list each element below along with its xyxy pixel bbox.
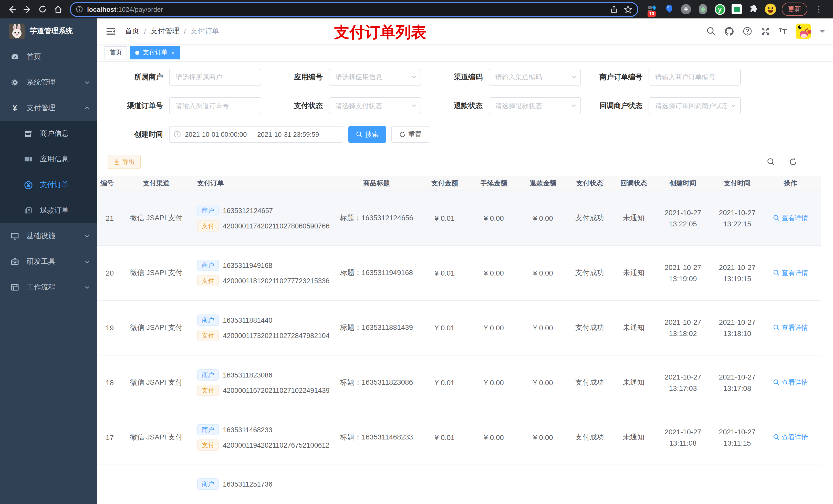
app-filter-input[interactable]: [329, 69, 421, 86]
refund-status-filter[interactable]: [489, 97, 581, 114]
tab-pay-order[interactable]: 支付订单 ×: [130, 46, 180, 59]
merchant-filter-input[interactable]: [169, 69, 261, 86]
create-time-cell: 2021-10-2713:11:08: [656, 426, 710, 449]
app-filter[interactable]: [329, 69, 421, 86]
command-extension-icon[interactable]: ⌘: [680, 4, 692, 15]
sidebar-item-merchant-info[interactable]: 商户信息: [0, 121, 97, 146]
notify-status-filter-input[interactable]: [648, 97, 741, 114]
home-icon[interactable]: [51, 3, 65, 16]
search-icon[interactable]: [707, 27, 716, 36]
refresh-table-icon[interactable]: [789, 158, 797, 166]
profile-avatar-icon[interactable]: [765, 4, 776, 15]
view-details-link[interactable]: 查看详情: [773, 323, 808, 332]
view-details-link[interactable]: 查看详情: [773, 433, 808, 442]
browser-menu-icon[interactable]: ⋮: [813, 5, 825, 14]
reset-button[interactable]: 重置: [391, 126, 429, 143]
pay-channel-cell: 微信 JSAPI 支付: [123, 323, 190, 332]
merchant-filter[interactable]: [169, 69, 261, 86]
column-header: 商品标题: [333, 178, 420, 188]
order-number: 4200001181202110277723215336: [223, 277, 329, 285]
extension-badge-icon[interactable]: 10: [646, 4, 658, 15]
address-bar[interactable]: localhost:1024/pay/order: [70, 2, 638, 17]
balloon-extension-icon[interactable]: [663, 4, 675, 15]
pay-time-cell: 2021-10-2713:19:15: [710, 262, 764, 284]
extension-badge-count: 10: [647, 11, 656, 17]
sidebar-item-refund-order[interactable]: 退款订单: [0, 198, 97, 223]
puzzle-extensions-icon[interactable]: [748, 4, 759, 15]
sidebar-item-workflow[interactable]: 工作流程: [0, 274, 97, 300]
browser-update-button[interactable]: 更新: [782, 3, 807, 16]
merchant-order-no-filter[interactable]: [648, 69, 741, 86]
back-icon[interactable]: [5, 3, 19, 16]
refund-status-filter-input[interactable]: [489, 97, 581, 114]
pay-time-cell: 2021-10-2713:18:10: [710, 316, 764, 339]
forward-icon[interactable]: [21, 3, 34, 16]
order-line: 支付4200001173202110272847982104: [197, 330, 333, 341]
channel-code-filter-input[interactable]: [489, 69, 581, 86]
pay-status-filter[interactable]: [329, 97, 421, 114]
avatar-caret-icon[interactable]: [820, 30, 825, 35]
order-number: 1635311949168: [223, 262, 272, 269]
app-title: 芋道管理系统: [30, 27, 73, 36]
reload-icon[interactable]: [36, 3, 49, 16]
breadcrumb-home[interactable]: 首页: [125, 27, 139, 36]
yen-circle-icon: [24, 181, 33, 189]
notify-status-cell: 未通知: [612, 323, 656, 332]
sidebar-item-devtools[interactable]: 研发工具: [0, 249, 97, 274]
pay-status-filter-input[interactable]: [329, 97, 421, 114]
table-row: 20微信 JSAPI 支付商户1635311949168支付4200001181…: [97, 246, 821, 301]
date-start: 2021-10-01 00:00:00: [185, 130, 247, 138]
column-header: 操作: [764, 178, 817, 188]
user-avatar[interactable]: [795, 24, 811, 39]
view-details-link[interactable]: 查看详情: [773, 214, 808, 223]
logo-rabbit-icon: [9, 24, 25, 39]
filter-row-2: 渠道订单号支付状态退款状态回调商户状态: [108, 97, 828, 114]
filter-group: 渠道编码: [427, 69, 587, 86]
storefront-icon: [24, 129, 33, 138]
close-tab-icon[interactable]: ×: [171, 49, 175, 56]
merchant-order-no-filter-input[interactable]: [648, 69, 741, 86]
order-line: 商户1635311881440: [197, 314, 333, 326]
order-line: 支付4200001174202110278060590766: [197, 220, 333, 232]
title-cell: 标题：1635311881439: [333, 323, 420, 332]
channel-order-no-filter[interactable]: [169, 97, 261, 114]
recorder-extension-icon[interactable]: [697, 4, 709, 15]
app-logo[interactable]: 芋道管理系统: [0, 19, 97, 44]
view-details-link[interactable]: 查看详情: [773, 268, 808, 278]
site-info-icon[interactable]: [76, 6, 83, 13]
create-time-cell: 2021-10-2713:19:09: [656, 262, 710, 284]
chat-extension-icon[interactable]: [731, 4, 742, 15]
help-icon[interactable]: [743, 27, 752, 36]
notify-status-cell: 未通知: [612, 378, 656, 387]
sidebar-item-home[interactable]: 首页: [0, 44, 97, 70]
search-button[interactable]: 搜索: [348, 126, 386, 143]
channel-code-filter[interactable]: [489, 69, 581, 86]
column-header: 支付金额: [420, 178, 469, 188]
create-time-cell: 2021-10-2713:22:05: [656, 207, 710, 230]
github-icon[interactable]: [724, 26, 734, 36]
notify-status-filter[interactable]: [648, 97, 741, 114]
fullscreen-icon[interactable]: [761, 27, 770, 36]
export-button[interactable]: 导出: [108, 155, 141, 169]
order-line: 商户1635311468233: [197, 424, 333, 435]
toggle-search-icon[interactable]: [767, 158, 775, 166]
sidebar-item-pay[interactable]: ¥ 支付管理: [0, 95, 97, 121]
merchant-order-no-filter-label: 商户订单编号: [587, 72, 648, 82]
sidebar-item-infra[interactable]: 基础设施: [0, 223, 97, 249]
pay-tag: 支付: [197, 220, 219, 232]
column-header: 支付渠道: [123, 178, 190, 188]
create-time-range-picker[interactable]: 2021-10-01 00:00:00 - 2021-10-31 23:59:5…: [169, 126, 343, 143]
y-extension-icon[interactable]: y: [714, 4, 725, 15]
app-filter-label: 应用编号: [267, 72, 329, 82]
sidebar-item-app-info[interactable]: 应用信息: [0, 146, 97, 172]
sidebar-collapse-icon[interactable]: [105, 26, 116, 37]
bookmark-star-icon[interactable]: [624, 5, 632, 13]
view-details-link[interactable]: 查看详情: [773, 378, 808, 387]
channel-order-no-filter-input[interactable]: [169, 97, 261, 114]
breadcrumb-pay[interactable]: 支付管理: [151, 27, 179, 36]
share-icon[interactable]: [610, 5, 618, 13]
tab-home[interactable]: 首页: [104, 46, 127, 59]
sidebar-item-system[interactable]: 系统管理: [0, 70, 97, 95]
font-size-icon[interactable]: TT: [779, 27, 787, 35]
sidebar-item-pay-order[interactable]: 支付订单: [0, 172, 97, 198]
